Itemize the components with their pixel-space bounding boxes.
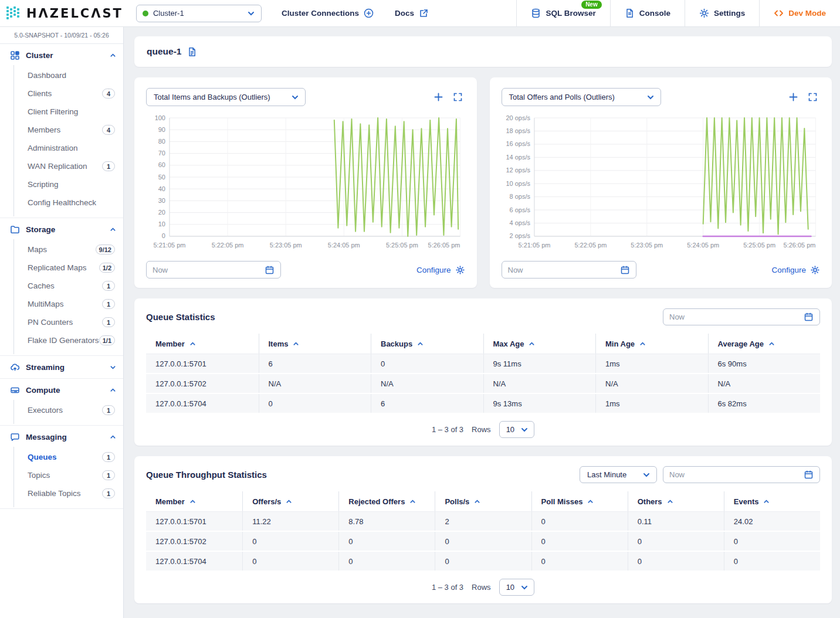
table-cell: 0 [628, 532, 724, 551]
svg-text:5:22:05 pm: 5:22:05 pm [574, 242, 607, 249]
sidebar-item-pn-counters[interactable]: PN Counters1 [14, 313, 123, 331]
calendar-icon [620, 265, 630, 275]
queue-statistics-time-picker[interactable]: Now [663, 308, 820, 325]
column-header-max-age[interactable]: Max Age [483, 334, 596, 354]
rows-per-page-select[interactable]: 10 [499, 421, 534, 438]
column-header-poll-misses[interactable]: Poll Misses [531, 491, 628, 511]
table-row[interactable]: 127.0.0.1:570111.228.78200.1124.02 [146, 511, 820, 532]
docs-link[interactable]: Docs [395, 8, 429, 18]
fullscreen-icon[interactable] [808, 92, 818, 102]
sidebar-item-caches[interactable]: Caches1 [14, 277, 123, 295]
rows-per-page-select[interactable]: 10 [499, 579, 534, 596]
table-row[interactable]: 127.0.0.1:5704069s 13ms1ms6s 82ms [146, 394, 820, 414]
sidebar-item-flake-id-generators[interactable]: Flake ID Generators1/1 [14, 331, 123, 349]
add-chart-icon[interactable] [788, 92, 798, 102]
count-badge: 9/12 [96, 245, 115, 254]
sidebar-item-dashboard[interactable]: Dashboard [14, 66, 123, 84]
sidebar-item-label: Queues [28, 453, 102, 461]
svg-text:2 ops/s: 2 ops/s [509, 232, 530, 239]
column-header-polls-s[interactable]: Polls/s [435, 491, 531, 511]
column-header-label: Member [155, 497, 185, 506]
svg-text:20: 20 [158, 209, 165, 216]
hazelcast-logo-icon [6, 5, 21, 22]
table-row[interactable]: 127.0.0.1:5702000000 [146, 532, 820, 552]
chevron-up-icon [110, 387, 116, 393]
table-cell: 2 [435, 512, 531, 531]
sidebar-item-replicated-maps[interactable]: Replicated Maps1/2 [14, 259, 123, 277]
queue-throughput-time-picker[interactable]: Now [663, 466, 820, 483]
table-cell: 0 [435, 532, 531, 551]
messaging-bubble-icon [10, 432, 20, 442]
table-row[interactable]: 127.0.0.1:5701609s 11ms1ms6s 90ms [146, 354, 820, 374]
column-header-average-age[interactable]: Average Age [708, 334, 821, 354]
sort-caret-icon [768, 341, 775, 347]
sidebar-section-header-messaging[interactable]: Messaging [0, 427, 123, 447]
svg-text:5:24:05 pm: 5:24:05 pm [328, 242, 360, 249]
sidebar-section-header-streaming[interactable]: Streaming [0, 357, 123, 377]
sidebar-item-members[interactable]: Members4 [14, 121, 123, 139]
sidebar-item-client-filtering[interactable]: Client Filtering [14, 103, 123, 121]
time-picker-items-backups[interactable]: Now [146, 261, 281, 279]
sidebar-section-header-cluster[interactable]: Cluster [0, 45, 123, 65]
sidebar-item-multimaps[interactable]: MultiMaps1 [14, 295, 123, 313]
column-header-items[interactable]: Items [259, 334, 371, 354]
sidebar-item-wan-replication[interactable]: WAN Replication1 [14, 157, 123, 175]
queue-doc-icon[interactable] [187, 47, 197, 57]
page-range-label: 1 – 3 of 3 [432, 425, 463, 434]
column-header-others[interactable]: Others [628, 491, 724, 511]
add-chart-icon[interactable] [433, 92, 443, 102]
sidebar-section-header-compute[interactable]: Compute [0, 380, 123, 400]
console-button[interactable]: Console [610, 0, 685, 27]
queue-throughput-card: Queue Throughput Statistics Last Minute … [134, 456, 832, 603]
sidebar-item-reliable-topics[interactable]: Reliable Topics1 [14, 484, 123, 502]
sidebar-item-queues[interactable]: Queues1 [14, 448, 123, 466]
column-header-offers-s[interactable]: Offers/s [242, 491, 338, 511]
column-header-member[interactable]: Member [146, 491, 242, 511]
table-cell: 0 [338, 532, 435, 551]
database-icon [531, 8, 541, 18]
svg-text:18 ops/s: 18 ops/s [506, 127, 530, 134]
column-header-min-age[interactable]: Min Age [595, 334, 708, 354]
main-content: queue-1 Total Items and Backups (Outlier… [124, 27, 840, 618]
sidebar-item-clients[interactable]: Clients4 [14, 84, 123, 103]
cluster-select[interactable]: Cluster-1 [136, 5, 262, 22]
configure-link[interactable]: Configure [416, 265, 465, 275]
hazelcast-logo: HΛZELCΛST [0, 5, 136, 22]
table-body: 127.0.0.1:570111.228.78200.1124.02127.0.… [146, 511, 820, 572]
cluster-connections-link[interactable]: Cluster Connections [282, 8, 374, 18]
configure-link[interactable]: Configure [771, 265, 820, 275]
sidebar-item-config-healthcheck[interactable]: Config Healthcheck [14, 193, 123, 212]
sidebar-item-executors[interactable]: Executors1 [14, 401, 123, 419]
sidebar-item-topics[interactable]: Topics1 [14, 466, 123, 484]
sidebar-item-label: Caches [28, 281, 102, 290]
svg-text:8 ops/s: 8 ops/s [509, 193, 530, 200]
table-cell: 0 [724, 532, 820, 551]
table-row[interactable]: 127.0.0.1:5702N/AN/AN/AN/AN/A [146, 374, 820, 394]
column-header-events[interactable]: Events [724, 491, 820, 511]
sidebar-section-header-storage[interactable]: Storage [0, 219, 123, 239]
calendar-icon [804, 470, 814, 480]
settings-button[interactable]: Settings [685, 0, 759, 27]
table-cell: 0.11 [628, 512, 724, 531]
sidebar-item-scripting[interactable]: Scripting [14, 175, 123, 193]
sidebar-item-administration[interactable]: Administration [14, 139, 123, 157]
table-row[interactable]: 127.0.0.1:5704000000 [146, 552, 820, 572]
sidebar-item-label: Config Healthcheck [28, 198, 115, 207]
column-header-rejected-offers[interactable]: Rejected Offers [338, 491, 435, 511]
items-backups-chart: 01020304050607080901005:21:05 pm5:22:05 … [146, 113, 465, 253]
column-header-backups[interactable]: Backups [371, 334, 483, 354]
metric-select-items-backups[interactable]: Total Items and Backups (Outliers) [146, 88, 306, 106]
sql-browser-button[interactable]: New SQL Browser [516, 0, 609, 27]
column-header-member[interactable]: Member [146, 334, 259, 354]
fullscreen-icon[interactable] [453, 92, 463, 102]
time-picker-offers-polls[interactable]: Now [502, 261, 636, 279]
gear-icon [455, 265, 465, 275]
metric-select-offers-polls[interactable]: Total Offers and Polls (Outliers) [502, 88, 661, 106]
gear-icon [810, 265, 820, 275]
sidebar-item-label: Members [28, 125, 102, 134]
dev-mode-button[interactable]: Dev Mode [759, 0, 840, 27]
period-select[interactable]: Last Minute [580, 466, 657, 483]
sidebar-item-label: Dashboard [28, 71, 115, 80]
count-badge: 1 [102, 405, 115, 415]
sidebar-item-maps[interactable]: Maps9/12 [14, 240, 123, 259]
